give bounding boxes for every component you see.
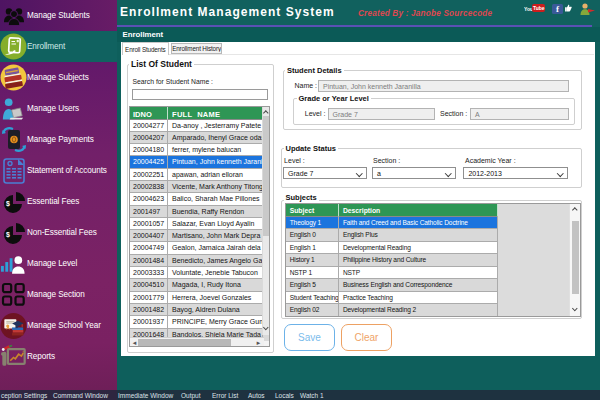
svg-text:$: $: [6, 231, 10, 239]
svg-text:$: $: [6, 200, 10, 208]
svg-text:You: You: [524, 5, 533, 11]
svg-text:Tube: Tube: [533, 5, 545, 11]
